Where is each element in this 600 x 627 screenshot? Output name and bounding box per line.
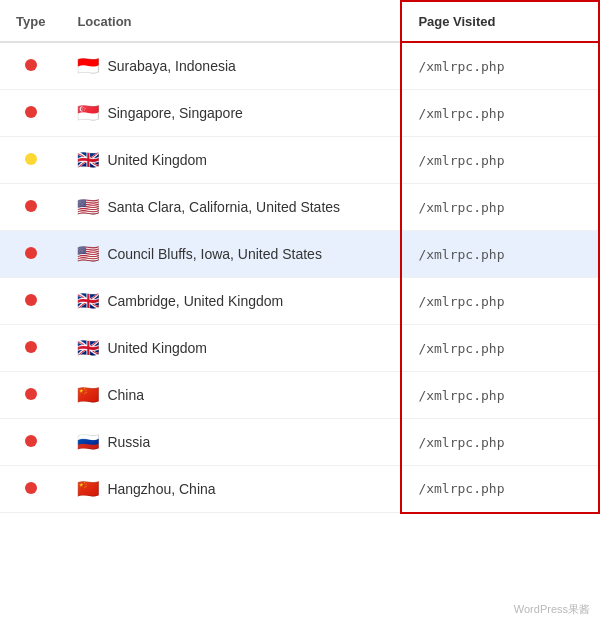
header-type: Type bbox=[0, 1, 61, 42]
flag-icon: 🇺🇸 bbox=[77, 243, 99, 265]
status-dot bbox=[25, 294, 37, 306]
flag-icon: 🇨🇳 bbox=[77, 384, 99, 406]
table-row[interactable]: 🇮🇩Surabaya, Indonesia/xmlrpc.php bbox=[0, 42, 599, 90]
status-dot bbox=[25, 388, 37, 400]
type-cell bbox=[0, 90, 61, 137]
location-text: Singapore, Singapore bbox=[107, 105, 242, 121]
table-row[interactable]: 🇺🇸Council Bluffs, Iowa, United States/xm… bbox=[0, 231, 599, 278]
visits-table: Type Location Page Visited 🇮🇩Surabaya, I… bbox=[0, 0, 600, 514]
table-row[interactable]: 🇨🇳Hangzhou, China/xmlrpc.php bbox=[0, 466, 599, 513]
status-dot bbox=[25, 482, 37, 494]
table-row[interactable]: 🇸🇬Singapore, Singapore/xmlrpc.php bbox=[0, 90, 599, 137]
page-visited-cell: /xmlrpc.php bbox=[401, 466, 599, 513]
status-dot bbox=[25, 59, 37, 71]
location-cell: 🇷🇺Russia bbox=[61, 419, 401, 466]
location-cell: 🇸🇬Singapore, Singapore bbox=[61, 90, 401, 137]
table-row[interactable]: 🇷🇺Russia/xmlrpc.php bbox=[0, 419, 599, 466]
status-dot bbox=[25, 153, 37, 165]
location-cell: 🇺🇸Santa Clara, California, United States bbox=[61, 184, 401, 231]
page-visited-cell: /xmlrpc.php bbox=[401, 184, 599, 231]
page-visited-cell: /xmlrpc.php bbox=[401, 137, 599, 184]
type-cell bbox=[0, 325, 61, 372]
header-location: Location bbox=[61, 1, 401, 42]
type-cell bbox=[0, 372, 61, 419]
page-visited-cell: /xmlrpc.php bbox=[401, 372, 599, 419]
flag-icon: 🇺🇸 bbox=[77, 196, 99, 218]
table-row[interactable]: 🇬🇧United Kingdom/xmlrpc.php bbox=[0, 325, 599, 372]
flag-icon: 🇬🇧 bbox=[77, 290, 99, 312]
watermark: WordPress果酱 bbox=[514, 602, 590, 617]
table-row[interactable]: 🇺🇸Santa Clara, California, United States… bbox=[0, 184, 599, 231]
location-text: Hangzhou, China bbox=[107, 481, 215, 497]
type-cell bbox=[0, 42, 61, 90]
type-cell bbox=[0, 231, 61, 278]
flag-icon: 🇬🇧 bbox=[77, 337, 99, 359]
location-cell: 🇮🇩Surabaya, Indonesia bbox=[61, 42, 401, 90]
location-text: China bbox=[107, 387, 144, 403]
flag-icon: 🇨🇳 bbox=[77, 478, 99, 500]
type-cell bbox=[0, 278, 61, 325]
type-cell bbox=[0, 466, 61, 513]
status-dot bbox=[25, 341, 37, 353]
main-table-container: Type Location Page Visited 🇮🇩Surabaya, I… bbox=[0, 0, 600, 514]
location-text: Santa Clara, California, United States bbox=[107, 199, 340, 215]
location-cell: 🇨🇳Hangzhou, China bbox=[61, 466, 401, 513]
type-cell bbox=[0, 419, 61, 466]
page-visited-cell: /xmlrpc.php bbox=[401, 90, 599, 137]
status-dot bbox=[25, 435, 37, 447]
page-visited-cell: /xmlrpc.php bbox=[401, 231, 599, 278]
page-visited-cell: /xmlrpc.php bbox=[401, 325, 599, 372]
location-text: United Kingdom bbox=[107, 152, 207, 168]
location-text: Cambridge, United Kingdom bbox=[107, 293, 283, 309]
flag-icon: 🇸🇬 bbox=[77, 102, 99, 124]
location-cell: 🇨🇳China bbox=[61, 372, 401, 419]
table-row[interactable]: 🇨🇳China/xmlrpc.php bbox=[0, 372, 599, 419]
location-text: Council Bluffs, Iowa, United States bbox=[107, 246, 322, 262]
location-text: Russia bbox=[107, 434, 150, 450]
header-page-visited: Page Visited bbox=[401, 1, 599, 42]
flag-icon: 🇮🇩 bbox=[77, 55, 99, 77]
location-cell: 🇬🇧United Kingdom bbox=[61, 325, 401, 372]
page-visited-cell: /xmlrpc.php bbox=[401, 278, 599, 325]
location-cell: 🇬🇧Cambridge, United Kingdom bbox=[61, 278, 401, 325]
page-visited-cell: /xmlrpc.php bbox=[401, 42, 599, 90]
flag-icon: 🇬🇧 bbox=[77, 149, 99, 171]
flag-icon: 🇷🇺 bbox=[77, 431, 99, 453]
location-text: Surabaya, Indonesia bbox=[107, 58, 235, 74]
status-dot bbox=[25, 200, 37, 212]
table-row[interactable]: 🇬🇧United Kingdom/xmlrpc.php bbox=[0, 137, 599, 184]
status-dot bbox=[25, 247, 37, 259]
page-visited-cell: /xmlrpc.php bbox=[401, 419, 599, 466]
location-cell: 🇬🇧United Kingdom bbox=[61, 137, 401, 184]
location-cell: 🇺🇸Council Bluffs, Iowa, United States bbox=[61, 231, 401, 278]
status-dot bbox=[25, 106, 37, 118]
location-text: United Kingdom bbox=[107, 340, 207, 356]
type-cell bbox=[0, 137, 61, 184]
type-cell bbox=[0, 184, 61, 231]
table-row[interactable]: 🇬🇧Cambridge, United Kingdom/xmlrpc.php bbox=[0, 278, 599, 325]
